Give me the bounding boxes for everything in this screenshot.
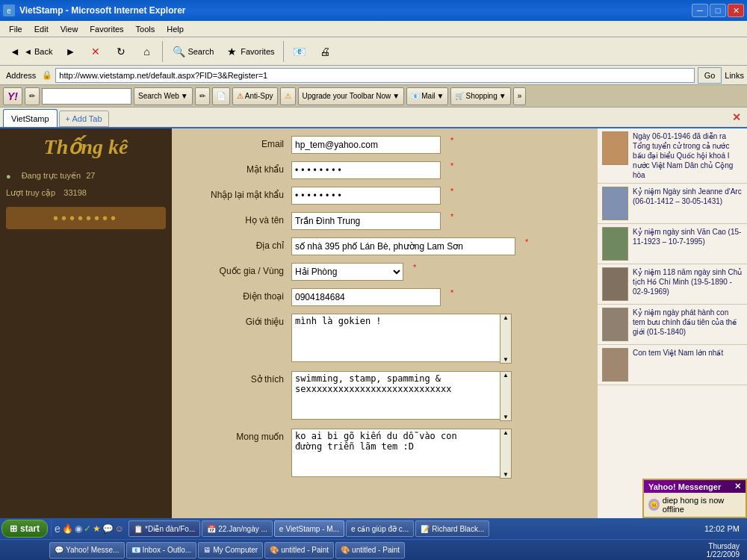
intro-label: Giới thiệu — [187, 314, 284, 327]
antispy-label: Anti-Spy — [245, 92, 273, 100]
taskbar-task-1[interactable]: 📋 *Diễn đàn/Fo... — [128, 520, 200, 537]
visits-display: Lượt truy cập 33198 — [0, 187, 172, 204]
online-status: ● Đang trực tuyến 27 — [0, 165, 172, 187]
yahoo-toolbar: Y! ✏ Search Web ▼ ✏ 📄 ⚠ Anti-Spy ⚠ Upgra… — [0, 85, 747, 108]
wish-textarea[interactable]: ko ai bi gõ kiến du dỗ vào con đường tri… — [291, 429, 512, 477]
online-label: Đang trực tuyến 27 — [16, 168, 102, 184]
taskbar-task-4[interactable]: e cần giúp đỡ c... — [346, 520, 414, 537]
antispy-button[interactable]: ⚠ Anti-Spy — [232, 87, 278, 105]
more-button[interactable]: » — [513, 87, 527, 105]
stop-button[interactable]: ✕ — [84, 41, 108, 62]
menu-tools[interactable]: Tools — [130, 23, 161, 35]
task-3-label: VietStamp - M... — [285, 525, 339, 533]
registration-form: Email * Mật khẩu * Nhập lại mật khẩu * H… — [172, 128, 598, 518]
date-display: Thursday 1/22/2009 — [701, 542, 746, 559]
yahoo-pencil-button[interactable]: ✏ — [25, 87, 40, 105]
scroll-down-3: ▼ — [500, 471, 511, 478]
yahoo-search-input[interactable] — [42, 88, 131, 105]
close-tab-button[interactable]: ✕ — [729, 111, 744, 123]
phone-input[interactable] — [291, 288, 441, 306]
yahoo-popup-close[interactable]: ✕ — [734, 482, 741, 491]
taskbar-task-8[interactable]: 🖥 My Computer — [198, 542, 263, 559]
warning-icon: ⚠ — [285, 92, 291, 100]
yahoo-page-button[interactable]: 📄 — [212, 87, 230, 105]
yahoo-search-web-button[interactable]: Search Web ▼ — [134, 87, 193, 105]
task-3-icon: e — [279, 525, 284, 533]
taskbar-task-6[interactable]: 💬 Yahoo! Messe... — [49, 542, 125, 559]
password-row: Mật khẩu * — [187, 161, 583, 179]
favorites-button[interactable]: ★ Favorites — [220, 41, 279, 62]
country-select[interactable]: Hải Phòng — [291, 263, 403, 281]
upgrade-button[interactable]: Upgrade your Toolbar Now ▼ — [298, 87, 405, 105]
password-input[interactable] — [291, 161, 441, 179]
intro-textarea[interactable]: mình là gokien ! — [291, 314, 512, 362]
hobby-wrapper: swimming, stamp, spamming & sexxxxxxxxxx… — [291, 371, 512, 421]
taskbar: ⊞ start e 🔥 ◉ ✓ ★ 💬 ☺ 📋 *Diễn đàn/Fo... … — [0, 518, 747, 560]
title-bar: e VietStamp - Microsoft Internet Explore… — [0, 0, 747, 21]
back-button[interactable]: ◄ ◄ Back — [3, 41, 57, 62]
confirm-input[interactable] — [291, 187, 441, 205]
address-input[interactable] — [291, 237, 515, 255]
start-button[interactable]: ⊞ start — [1, 520, 48, 538]
search-button[interactable]: 🔍 Search — [167, 41, 218, 62]
add-tab-button[interactable]: + Add Tab — [59, 111, 109, 127]
hobby-textarea[interactable]: swimming, stamp, spamming & sexxxxxxxxxx… — [291, 371, 512, 420]
media-button[interactable]: 📧 — [288, 41, 311, 62]
yahoo-logo-button[interactable]: Y! — [3, 87, 22, 105]
task-5-icon: 📝 — [421, 525, 430, 533]
refresh-button[interactable]: ↻ — [109, 41, 133, 62]
taskbar-task-10[interactable]: 🎨 untitled - Paint — [335, 542, 405, 559]
menu-favorites[interactable]: Favorites — [84, 23, 129, 35]
news-item-5: Kỷ niệm ngày phát hành con tem bưu chính… — [598, 305, 747, 345]
print-button[interactable]: 🖨 — [313, 41, 337, 62]
menu-edit[interactable]: Edit — [28, 23, 55, 35]
yahoo-popup-user-icon: 😐 — [648, 499, 660, 511]
address-bar: Address 🔒 Go Links — [0, 66, 747, 85]
links-button[interactable]: Links — [725, 71, 744, 80]
close-button[interactable]: ✕ — [728, 4, 744, 17]
shopping-dropdown: ▼ — [499, 92, 506, 100]
print-icon: 🖨 — [317, 44, 332, 59]
forward-button[interactable]: ► — [58, 41, 82, 62]
hobby-scrollbar[interactable]: ▲ ▼ — [500, 371, 512, 421]
fullname-required: * — [450, 212, 453, 221]
window-title: VietStamp - Microsoft Internet Explorer — [19, 5, 186, 16]
yahoo-popup-title-text: Yahoo! Messenger — [648, 482, 721, 491]
yahoo-popup-message: diep hong is now offline — [663, 496, 741, 514]
menu-help[interactable]: Help — [161, 23, 190, 35]
yahoo-logo: Y! — [7, 90, 18, 102]
taskbar-task-7[interactable]: 📧 Inbox - Outlo... — [126, 542, 197, 559]
news-text-4: Kỷ niệm 118 năm ngày sinh Chủ tịch Hồ Ch… — [633, 267, 743, 296]
start-label: start — [20, 523, 40, 534]
minimize-button[interactable]: ─ — [692, 4, 708, 17]
right-sidebar: Ngày 06-01-1946 đã diễn ra Tổng tuyển cử… — [598, 128, 747, 518]
fullname-label: Họ và tên — [187, 212, 284, 225]
task-1-icon: 📋 — [134, 525, 143, 533]
menu-file[interactable]: File — [3, 23, 28, 35]
intro-scrollbar[interactable]: ▲ ▼ — [500, 314, 512, 364]
task-10-label: untitled - Paint — [352, 546, 400, 554]
warning-button[interactable]: ⚠ — [280, 87, 296, 105]
scroll-up-2: ▲ — [500, 372, 511, 379]
tab-vietstamp[interactable]: VietStamp — [3, 109, 58, 127]
mail-button[interactable]: 📧 Mail ▼ — [406, 87, 448, 105]
fullname-input[interactable] — [291, 212, 441, 230]
shopping-button[interactable]: 🛒 Shopping ▼ — [450, 87, 510, 105]
taskbar-task-3[interactable]: e VietStamp - M... — [274, 520, 344, 537]
taskbar-task-5[interactable]: 📝 Richard Black... — [415, 520, 489, 537]
go-button[interactable]: Go — [698, 67, 722, 84]
wish-row: Mong muốn ko ai bi gõ kiến du dỗ vào con… — [187, 429, 583, 479]
email-input[interactable] — [291, 136, 441, 154]
wish-scrollbar[interactable]: ▲ ▼ — [500, 429, 512, 479]
taskbar-task-9[interactable]: 🎨 untitled - Paint — [264, 542, 334, 559]
maximize-button[interactable]: □ — [710, 4, 726, 17]
home-button[interactable]: ⌂ — [134, 41, 158, 62]
scroll-down: ▼ — [500, 356, 511, 363]
yahoo-pencil2-button[interactable]: ✏ — [195, 87, 210, 105]
address-input[interactable] — [55, 68, 694, 83]
news-text-6: Con tem Việt Nam lớn nhất — [633, 348, 723, 358]
task-4-icon: e — [351, 525, 356, 533]
task-6-label: Yahoo! Messe... — [66, 546, 120, 554]
taskbar-task-2[interactable]: 📅 22.Jan/ngày ... — [202, 520, 273, 537]
menu-view[interactable]: View — [55, 23, 84, 35]
